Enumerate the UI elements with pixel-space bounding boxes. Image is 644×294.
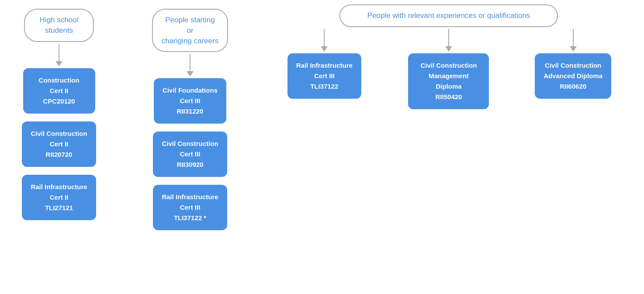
cert-box-rii30920: Civil ConstructionCert IIIRII30920 — [153, 131, 227, 177]
cert-name: Rail InfrastructureCert IIITLI37122 — [296, 62, 353, 90]
right-col-rii60620: Civil ConstructionAdvanced DiplomaRII606… — [533, 27, 613, 107]
career-change-label-text: People startingorchanging careers — [162, 16, 218, 45]
cert-name: Rail InfrastructureCert IITLI27121 — [31, 183, 87, 211]
right-col-rii50420: Civil Construction ManagementDiplomaRII5… — [408, 27, 489, 117]
arrow-head — [187, 71, 194, 76]
high-school-label: High schoolstudents — [24, 9, 94, 42]
arrow-high-school — [55, 44, 62, 66]
cert-box-cpc20120: ConstructionCert IICPC20120 — [23, 68, 95, 114]
arrow-career-change — [187, 54, 194, 76]
right-section: People with relevant experiences or qual… — [262, 4, 635, 238]
cert-box-rii20720: Civil ConstructionCert IIRII20720 — [22, 121, 96, 167]
cert-name: Civil ConstructionAdvanced DiplomaRII606… — [544, 62, 602, 90]
column-high-school: High schoolstudents ConstructionCert IIC… — [9, 4, 109, 238]
arrow-line — [573, 29, 574, 46]
cert-name: Civil Construction ManagementDiplomaRII5… — [420, 62, 477, 100]
experienced-label-text: People with relevant experiences or qual… — [367, 11, 530, 20]
arrow-line — [448, 29, 449, 46]
cert-box-rii60620: Civil ConstructionAdvanced DiplomaRII606… — [535, 53, 611, 99]
cert-box-rii50420: Civil Construction ManagementDiplomaRII5… — [408, 53, 489, 109]
arrow-line — [190, 54, 190, 71]
cert-name: ConstructionCert IICPC20120 — [38, 76, 79, 105]
cert-box-tli27121: Rail InfrastructureCert IITLI27121 — [22, 175, 96, 220]
experienced-label: People with relevant experiences or qual… — [339, 4, 558, 27]
arrow-head — [445, 46, 452, 52]
arrow-head — [55, 61, 62, 66]
arrow-head — [570, 46, 577, 52]
career-change-label: People startingorchanging careers — [152, 9, 228, 52]
cert-box-tli37122: Rail InfrastructureCert IIITLI37122 — [287, 53, 361, 99]
column-career-change: People startingorchanging careers Civil … — [140, 4, 240, 238]
cert-box-tli37122-star: Rail InfrastructureCert IIITLI37122 * — [153, 185, 227, 230]
high-school-label-text: High schoolstudents — [40, 16, 79, 35]
cert-name: Civil ConstructionCert IIRII20720 — [31, 130, 87, 158]
diagram: High schoolstudents ConstructionCert IIC… — [0, 0, 644, 242]
arrow-rii60620 — [570, 29, 577, 52]
cert-name: Civil ConstructionCert IIIRII30920 — [162, 140, 218, 168]
cert-name: Rail InfrastructureCert IIITLI37122 * — [162, 193, 218, 221]
experienced-header: People with relevant experiences or qual… — [262, 4, 635, 27]
arrow-line — [324, 29, 325, 46]
cert-box-rii31220: Civil FoundationsCert IIIRII31220 — [154, 78, 226, 124]
arrow-head — [321, 46, 328, 52]
left-section: High schoolstudents ConstructionCert IIC… — [9, 4, 240, 238]
arrow-tli37122 — [321, 29, 328, 52]
arrow-rii50420 — [445, 29, 452, 52]
experienced-cols: Rail InfrastructureCert IIITLI37122 Civi… — [262, 27, 635, 117]
cert-name: Civil FoundationsCert IIIRII31220 — [163, 86, 218, 115]
arrow-line — [59, 44, 59, 61]
right-col-tli37122: Rail InfrastructureCert IIITLI37122 — [284, 27, 365, 107]
